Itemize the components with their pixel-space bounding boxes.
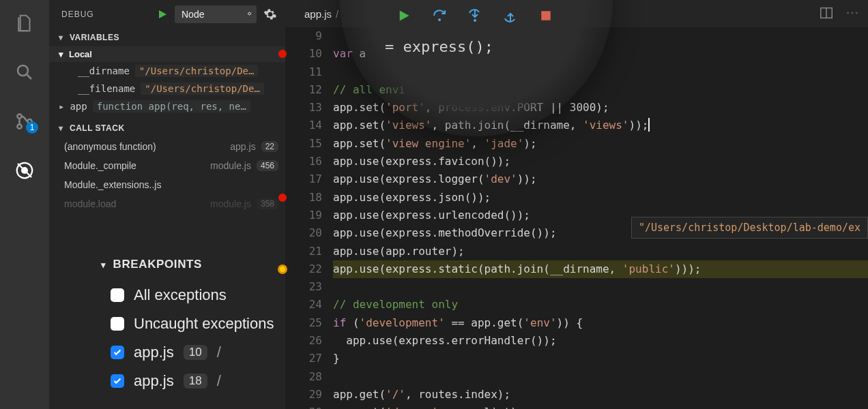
- line-number[interactable]: 12: [285, 81, 322, 99]
- code-line[interactable]: app.use(express.favicon());: [333, 153, 868, 170]
- checkbox-unchecked-icon[interactable]: [111, 317, 124, 331]
- line-number[interactable]: 29: [285, 386, 322, 404]
- line-number[interactable]: 18: [285, 189, 322, 207]
- line-number[interactable]: 19: [285, 207, 322, 224]
- line-number[interactable]: 17: [285, 170, 322, 188]
- scope-local[interactable]: ▾ Local: [49, 46, 285, 62]
- tab-app-js[interactable]: app.js: [304, 8, 332, 20]
- chevron-down-icon: ▾: [101, 260, 106, 270]
- more-icon[interactable]: [845, 5, 860, 20]
- code-line[interactable]: app.use(express.logger('dev'));: [333, 170, 868, 188]
- svg-rect-12: [541, 11, 551, 20]
- svg-point-5: [21, 167, 28, 174]
- svg-point-11: [474, 19, 476, 22]
- debug-side-panel: DEBUG Node ▾ VARIABLES ▾ Local __dirname…: [49, 0, 285, 409]
- svg-point-8: [852, 12, 854, 14]
- code-line[interactable]: app.get('/users', user.list);: [333, 404, 868, 409]
- activity-bar: 1: [0, 0, 49, 409]
- line-number[interactable]: 30: [285, 404, 322, 409]
- line-number[interactable]: 28: [285, 368, 322, 386]
- bp-uncaught-exceptions[interactable]: Uncaught exceptions: [70, 309, 285, 338]
- line-gutter[interactable]: 9101112131415161718192021222324252627282…: [285, 27, 328, 409]
- line-number[interactable]: 24: [285, 296, 322, 314]
- search-icon[interactable]: [14, 61, 35, 83]
- line-number[interactable]: 16: [285, 153, 322, 170]
- step-into-button[interactable]: [465, 6, 484, 25]
- stack-frame[interactable]: Module._compile module.js 456: [49, 156, 285, 175]
- callstack-header[interactable]: ▾ CALL STACK: [49, 119, 285, 137]
- scm-badge: 1: [26, 121, 38, 134]
- start-debug-button[interactable]: [157, 9, 168, 20]
- stack-frame[interactable]: (anonymous function) app.js 22: [49, 137, 285, 156]
- variable-row[interactable]: ▸ app function app(req, res, ne…: [49, 97, 285, 115]
- tab-separator: /: [336, 8, 338, 20]
- code-line[interactable]: app.use(express.errorHandler());: [333, 332, 868, 350]
- checkbox-checked-icon[interactable]: [111, 374, 124, 388]
- line-number[interactable]: 15: [285, 135, 322, 153]
- continue-button[interactable]: [394, 6, 414, 25]
- code-line[interactable]: app.use(express.json());: [333, 189, 868, 207]
- breakpoint-item[interactable]: app.js 18 /: [70, 367, 285, 395]
- code-line[interactable]: [333, 278, 868, 296]
- svg-point-0: [18, 65, 28, 76]
- code-line[interactable]: app.set('view engine', 'jade');: [333, 135, 868, 153]
- split-editor-icon[interactable]: [819, 5, 834, 20]
- checkbox-checked-icon[interactable]: [111, 346, 124, 359]
- debug-hover-tooltip: "/Users/christop/Desktop/lab-demo/ex: [631, 217, 868, 239]
- line-number[interactable]: 21: [285, 243, 322, 260]
- variable-row[interactable]: __dirname "/Users/christop/De…: [49, 62, 285, 80]
- variable-row[interactable]: __filename "/Users/christop/De…: [49, 80, 285, 97]
- explorer-icon[interactable]: [14, 12, 35, 34]
- debug-toolbar: [379, 0, 570, 31]
- chevron-down-icon: ▾: [57, 33, 64, 42]
- breakpoint-item[interactable]: app.js 10 /: [70, 338, 285, 367]
- svg-point-1: [17, 114, 21, 118]
- breakpoint-dot-icon[interactable]: [278, 50, 287, 58]
- current-frame-icon: [278, 264, 287, 274]
- stack-frame[interactable]: Module._extensions..js: [49, 175, 285, 194]
- code-line[interactable]: app.set('views', path.join(__dirname, 'v…: [333, 117, 868, 134]
- debug-icon[interactable]: [14, 160, 35, 181]
- line-number[interactable]: 14: [285, 117, 322, 134]
- stop-button[interactable]: [536, 6, 555, 25]
- line-number[interactable]: 20: [285, 224, 322, 242]
- code-line[interactable]: [333, 368, 868, 386]
- code-line[interactable]: if ('development' == app.get('env')) {: [333, 314, 868, 332]
- svg-point-10: [438, 18, 441, 21]
- debug-config-select[interactable]: Node: [175, 5, 257, 23]
- step-over-button[interactable]: [430, 6, 449, 25]
- magnified-code: = express();: [385, 38, 493, 55]
- code-line[interactable]: // development only: [333, 296, 868, 314]
- code-line[interactable]: }: [333, 350, 868, 367]
- line-number[interactable]: 9: [285, 27, 322, 45]
- line-number[interactable]: 27: [285, 350, 322, 367]
- debug-header: DEBUG Node: [49, 0, 285, 29]
- svg-point-9: [856, 12, 858, 14]
- bp-all-exceptions[interactable]: All exceptions: [70, 281, 285, 309]
- svg-point-2: [17, 124, 21, 128]
- breakpoints-header[interactable]: ▾ BREAKPOINTS: [70, 252, 285, 281]
- line-number[interactable]: 26: [285, 332, 322, 350]
- line-number[interactable]: 25: [285, 314, 322, 332]
- line-number[interactable]: 22: [285, 260, 322, 278]
- debug-title: DEBUG: [61, 10, 94, 19]
- source-control-icon[interactable]: 1: [14, 110, 35, 132]
- code-line[interactable]: app.use(app.router);: [333, 243, 868, 260]
- variables-header[interactable]: ▾ VARIABLES: [49, 29, 285, 46]
- breakpoints-section: ▾ BREAKPOINTS All exceptions Uncaught ex…: [49, 252, 285, 395]
- stack-frame[interactable]: module.load module.js 358: [49, 194, 285, 213]
- line-number[interactable]: 11: [285, 63, 322, 81]
- gear-icon[interactable]: [263, 7, 277, 21]
- line-number[interactable]: 13: [285, 99, 322, 117]
- checkbox-unchecked-icon[interactable]: [111, 288, 124, 302]
- line-number[interactable]: 23: [285, 278, 322, 296]
- line-number[interactable]: 10: [285, 45, 322, 63]
- chevron-down-icon: ▾: [57, 123, 64, 133]
- editor-title-actions: [819, 5, 860, 20]
- code-line[interactable]: app.use(express.static(path.join(__dirna…: [333, 260, 868, 278]
- breakpoint-dot-icon[interactable]: [278, 194, 287, 202]
- svg-point-7: [847, 12, 849, 14]
- code-line[interactable]: app.get('/', routes.index);: [333, 386, 868, 404]
- step-out-button[interactable]: [501, 6, 520, 25]
